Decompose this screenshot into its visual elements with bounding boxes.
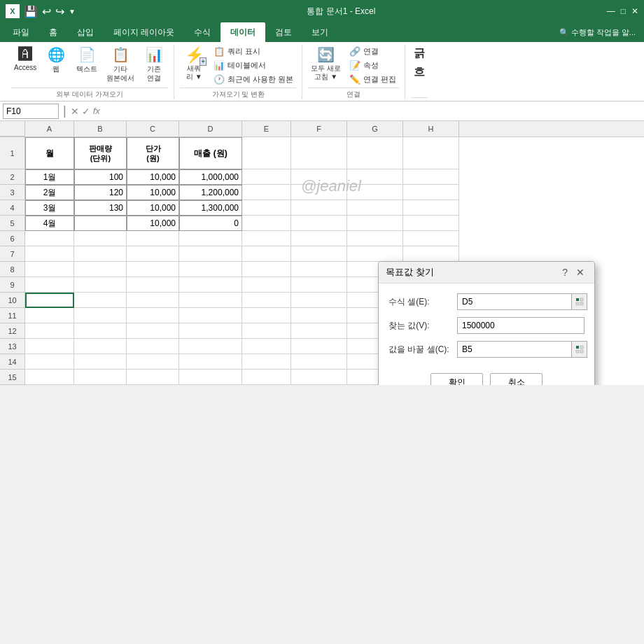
cell-a10[interactable] — [25, 293, 74, 308]
search-placeholder[interactable]: 🔍 수행할 작업을 알... — [559, 27, 636, 38]
cell-c10[interactable] — [127, 293, 179, 308]
cell-d8[interactable] — [179, 262, 242, 277]
cell-g2[interactable] — [347, 169, 403, 185]
cell-d12[interactable] — [179, 323, 242, 339]
other-source-button[interactable]: 📋 기타원본에서 — [104, 45, 137, 84]
formula-cell-pick-button[interactable] — [572, 293, 587, 310]
cell-h6[interactable] — [403, 231, 459, 246]
cell-d4[interactable]: 1,300,000 — [179, 200, 242, 216]
cancel-button[interactable]: 취소 — [490, 373, 542, 385]
cell-b6[interactable] — [74, 231, 127, 246]
cell-g4[interactable] — [347, 200, 403, 216]
properties-button[interactable]: 📝 속성 — [346, 59, 399, 72]
name-box[interactable] — [3, 104, 59, 119]
cell-f10[interactable] — [291, 293, 347, 308]
dialog-help-button[interactable]: ? — [559, 267, 570, 277]
col-header-f[interactable]: F — [291, 121, 347, 136]
col-header-b[interactable]: B — [74, 121, 127, 136]
redo-button[interactable]: ↪ — [55, 5, 64, 18]
row-header-8[interactable]: 8 — [0, 262, 25, 277]
cell-g3[interactable] — [347, 185, 403, 200]
col-header-e[interactable]: E — [242, 121, 291, 136]
existing-connections-button[interactable]: 📊 기존연결 — [140, 45, 168, 84]
minimize-btn[interactable]: — — [607, 6, 615, 16]
cell-d15[interactable] — [179, 370, 242, 385]
cell-b1[interactable]: 판매량(단위) — [74, 137, 127, 169]
row-header-1[interactable]: 1 — [0, 137, 25, 169]
row-header-15[interactable]: 15 — [0, 370, 25, 385]
row-header-4[interactable]: 4 — [0, 200, 25, 216]
row-header-10[interactable]: 10 — [0, 293, 25, 308]
col-header-h[interactable]: H — [403, 121, 459, 136]
cell-a4[interactable]: 3월 — [25, 200, 74, 216]
cell-e12[interactable] — [242, 323, 291, 339]
cell-c13[interactable] — [127, 339, 179, 354]
close-btn[interactable]: ✕ — [631, 6, 638, 16]
cell-e4[interactable] — [242, 200, 291, 216]
quick-access-dropdown[interactable]: ▼ — [69, 8, 76, 15]
row-header-7[interactable]: 7 — [0, 246, 25, 262]
web-button[interactable]: 🌐 웹 — [42, 45, 70, 76]
tab-review[interactable]: 검토 — [265, 22, 302, 42]
tab-home[interactable]: 홈 — [39, 22, 67, 42]
cell-f9[interactable] — [291, 277, 347, 293]
row-header-13[interactable]: 13 — [0, 339, 25, 354]
insert-function-icon[interactable]: fx — [93, 106, 100, 116]
cell-a1[interactable]: 월 — [25, 137, 74, 169]
cell-c4[interactable]: 10,000 — [127, 200, 179, 216]
cell-d3[interactable]: 1,200,000 — [179, 185, 242, 200]
connections-button[interactable]: 🔗 연결 — [346, 45, 399, 58]
row-header-11[interactable]: 11 — [0, 308, 25, 323]
cell-a12[interactable] — [25, 323, 74, 339]
cell-c6[interactable] — [127, 231, 179, 246]
cell-e3[interactable] — [242, 185, 291, 200]
cell-c1[interactable]: 단가(원) — [127, 137, 179, 169]
cell-c5[interactable]: 10,000 — [127, 216, 179, 231]
cell-b12[interactable] — [74, 323, 127, 339]
cell-h2[interactable] — [403, 169, 459, 185]
refresh-all-button[interactable]: 🔄 모두 새로고침 ▼ — [308, 45, 344, 83]
col-header-d[interactable]: D — [179, 121, 242, 136]
cell-f8[interactable] — [291, 262, 347, 277]
cell-a7[interactable] — [25, 246, 74, 262]
confirm-formula-icon[interactable]: ✓ — [82, 106, 90, 117]
cell-f5[interactable] — [291, 216, 347, 231]
cell-h3[interactable] — [403, 185, 459, 200]
changing-cell-pick-button[interactable] — [572, 341, 587, 358]
access-button[interactable]: 🅰 Access — [11, 45, 39, 73]
cell-e7[interactable] — [242, 246, 291, 262]
cell-f12[interactable] — [291, 323, 347, 339]
cell-a9[interactable] — [25, 277, 74, 293]
cell-b2[interactable]: 100 — [74, 169, 127, 185]
cell-f6[interactable] — [291, 231, 347, 246]
tab-file[interactable]: 파일 — [3, 22, 39, 42]
cell-b3[interactable]: 120 — [74, 185, 127, 200]
cell-f15[interactable] — [291, 370, 347, 385]
cell-d6[interactable] — [179, 231, 242, 246]
cell-e13[interactable] — [242, 339, 291, 354]
cell-d1[interactable]: 매출 (원) — [179, 137, 242, 169]
col-header-a[interactable]: A — [25, 121, 74, 136]
cell-h4[interactable] — [403, 200, 459, 216]
sort-az-button[interactable]: 긁 — [411, 45, 428, 62]
cell-b8[interactable] — [74, 262, 127, 277]
cell-a5[interactable]: 4월 — [25, 216, 74, 231]
cell-d11[interactable] — [179, 308, 242, 323]
cell-d7[interactable] — [179, 246, 242, 262]
cell-d10[interactable] — [179, 293, 242, 308]
cell-f11[interactable] — [291, 308, 347, 323]
cell-b5[interactable] — [74, 216, 127, 231]
cell-b7[interactable] — [74, 246, 127, 262]
cell-a14[interactable] — [25, 354, 74, 370]
cell-h5[interactable] — [403, 216, 459, 231]
cell-a13[interactable] — [25, 339, 74, 354]
col-header-c[interactable]: C — [127, 121, 179, 136]
tab-formulas[interactable]: 수식 — [184, 22, 220, 42]
formula-input[interactable] — [103, 106, 641, 116]
cell-e2[interactable] — [242, 169, 291, 185]
sort-za-button[interactable]: 흐 — [411, 64, 428, 81]
cell-c8[interactable] — [127, 262, 179, 277]
tab-view[interactable]: 보기 — [302, 22, 338, 42]
cell-e6[interactable] — [242, 231, 291, 246]
cell-e10[interactable] — [242, 293, 291, 308]
